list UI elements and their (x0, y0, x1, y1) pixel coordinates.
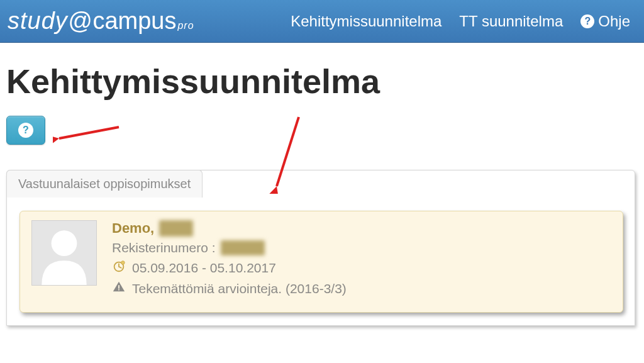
student-name-known: Demo, (112, 220, 154, 237)
nav-plan-label: Kehittymissuunnitelma (291, 13, 441, 30)
card-content: Demo, Erkki Rekisterinumero : 123456 (112, 220, 611, 301)
logo-study: study (8, 8, 68, 35)
person-icon (32, 221, 96, 285)
svg-point-1 (52, 230, 77, 256)
svg-rect-5 (118, 289, 119, 291)
registration-label: Rekisterinumero : (112, 240, 216, 255)
avatar (31, 220, 97, 286)
app-logo: study@campuspro (8, 8, 194, 35)
nav-help[interactable]: ? Ohje (580, 13, 630, 30)
logo-campus: campus (92, 8, 176, 35)
nav-tt[interactable]: TT suunnitelma (459, 13, 563, 30)
tab-responsible-label: Vastuunalaiset oppisopimukset (18, 177, 191, 191)
clock-icon (112, 259, 126, 276)
page-title: Kehittymissuunnitelma (6, 62, 638, 101)
registration-value: 123456 (221, 240, 265, 255)
date-line: 05.09.2016 - 05.10.2017 (112, 259, 611, 276)
svg-point-3 (121, 261, 125, 265)
nav-plan[interactable]: Kehittymissuunnitelma (291, 13, 441, 30)
help-icon: ? (580, 14, 594, 28)
top-nav: Kehittymissuunnitelma TT suunnitelma ? O… (291, 13, 636, 30)
registration-line: Rekisterinumero : 123456 (112, 240, 611, 255)
warning-line: Tekemättömiä arviointeja. (2016-3/3) (112, 280, 611, 297)
warning-text: Tekemättömiä arviointeja. (2016-3/3) (132, 281, 347, 296)
date-range: 05.09.2016 - 05.10.2017 (132, 260, 276, 276)
help-icon: ? (18, 123, 33, 138)
page-help-button[interactable]: ? (6, 116, 45, 145)
nav-help-label: Ohje (598, 13, 630, 30)
warning-icon (112, 280, 126, 297)
logo-pro: pro (177, 20, 194, 31)
student-name-blurred: Erkki (159, 220, 193, 237)
tab-panel: Vastuunalaiset oppisopimukset Demo, Erkk… (6, 170, 635, 326)
svg-rect-4 (118, 285, 119, 289)
student-name: Demo, Erkki (112, 220, 611, 237)
topbar: study@campuspro Kehittymissuunnitelma TT… (0, 0, 644, 43)
nav-tt-label: TT suunnitelma (459, 13, 563, 30)
tab-responsible[interactable]: Vastuunalaiset oppisopimukset (6, 170, 203, 198)
student-card[interactable]: Demo, Erkki Rekisterinumero : 123456 (19, 211, 623, 313)
logo-at: @ (68, 8, 93, 35)
page-body: Kehittymissuunnitelma ? Vastuunalaiset o… (0, 43, 644, 332)
